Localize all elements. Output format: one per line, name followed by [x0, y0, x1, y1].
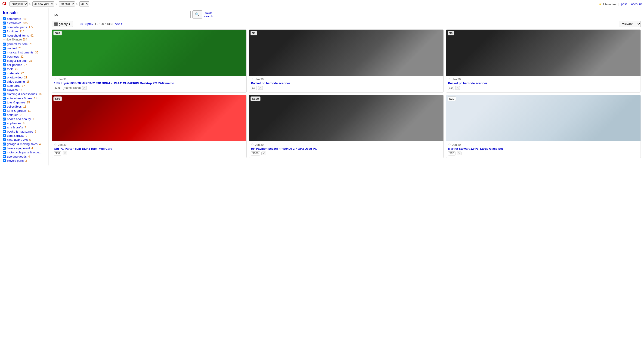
cat-label[interactable]: materials: [7, 72, 19, 75]
listing-dismiss-button[interactable]: ✕: [262, 152, 266, 155]
listing-card-2[interactable]: $0 ☆ Jan 30 Pocket pc barcode scanner $0…: [446, 30, 641, 92]
cat-label[interactable]: clothing & accessories: [7, 92, 37, 96]
sidebar-item-extra-10[interactable]: auto parts 17: [3, 84, 46, 88]
search-button[interactable]: 🔍: [192, 10, 202, 18]
cat-checkbox[interactable]: [3, 30, 6, 33]
sidebar-item-computers[interactable]: computers 248: [3, 17, 46, 20]
sidebar-item-extra-16[interactable]: farm & garden 11: [3, 109, 46, 112]
sidebar-item-extra-25[interactable]: heavy equipment 4: [3, 146, 46, 150]
cat-checkbox[interactable]: [3, 118, 6, 120]
cat-checkbox[interactable]: [3, 113, 6, 116]
listing-card-4[interactable]: $100 ☆ Jan 30 HP Pavilion p6336f - P E54…: [249, 95, 444, 158]
cat-label[interactable]: sporting goods: [7, 155, 26, 158]
cat-checkbox[interactable]: [3, 64, 6, 66]
cat-label[interactable]: electronics: [7, 21, 21, 25]
cat-checkbox[interactable]: [3, 55, 6, 58]
sidebar-item-extra-18[interactable]: health and beauty 9: [3, 117, 46, 121]
cat-checkbox[interactable]: [3, 84, 6, 87]
cat-label[interactable]: heavy equipment: [7, 146, 30, 150]
sidebar-item-extra-2[interactable]: musical instruments 35: [3, 51, 46, 54]
cat-checkbox[interactable]: [3, 159, 6, 162]
cat-checkbox[interactable]: [3, 26, 6, 29]
sidebar-item-extra-24[interactable]: garage & moving sales 4: [3, 142, 46, 146]
listing-title[interactable]: Pocket pc barcode scanner: [251, 82, 442, 85]
cat-checkbox[interactable]: [3, 138, 6, 141]
listing-star-icon[interactable]: ☆: [251, 143, 254, 146]
cat-label[interactable]: antiques: [7, 113, 18, 116]
sidebar-item-extra-12[interactable]: clothing & accessories 16: [3, 92, 46, 96]
gallery-button[interactable]: gallery ▾: [52, 21, 73, 27]
sidebar-item-extra-14[interactable]: toys & games 15: [3, 101, 46, 104]
sidebar-item-extra-9[interactable]: video gaming 18: [3, 80, 46, 83]
listing-card-3[interactable]: $50 ☆ Jan 30 Old PC Parts - 8GB DDR3 Ram…: [52, 95, 246, 158]
cat-label[interactable]: bicycle parts: [7, 159, 24, 162]
cat-label[interactable]: books & magazines: [7, 130, 33, 133]
cat-checkbox[interactable]: [3, 147, 6, 150]
region-select[interactable]: all new york: [32, 2, 54, 6]
sidebar-item-extra-20[interactable]: arts & crafts 7: [3, 126, 46, 129]
hide-more[interactable]: – hide 40 more 534: [3, 38, 46, 41]
cat-label[interactable]: arts & crafts: [7, 126, 23, 129]
cat-label[interactable]: cell phones: [7, 63, 22, 67]
sidebar-item-extra-5[interactable]: cell phones 27: [3, 63, 46, 67]
cat-label[interactable]: baby & kid stuff: [7, 59, 28, 62]
sidebar-item-extra-28[interactable]: bicycle parts 3: [3, 159, 46, 162]
cat-label[interactable]: auto wheels & tires: [7, 96, 32, 100]
cat-label[interactable]: auto parts: [7, 84, 20, 88]
cat-label[interactable]: photo/video: [7, 76, 22, 79]
sidebar-item-extra-23[interactable]: cds / dvds / vhs 6: [3, 138, 46, 142]
sidebar-item-extra-17[interactable]: antiques 9: [3, 113, 46, 116]
sidebar-item-extra-11[interactable]: bicycles 16: [3, 88, 46, 92]
cat-label[interactable]: household items: [7, 34, 29, 37]
cat-label[interactable]: bicycles: [7, 88, 18, 92]
sidebar-item-electronics[interactable]: electronics 185: [3, 21, 46, 25]
cat-checkbox[interactable]: [3, 92, 6, 96]
sidebar-item-extra-4[interactable]: baby & kid stuff 31: [3, 59, 46, 62]
listing-card-0[interactable]: $20 ☆ Jan 30 1 SK Hynix 8GB 2Rx8 PC4-213…: [52, 30, 246, 92]
cat-label[interactable]: motorcycle parts & acce...: [7, 150, 42, 154]
post-link[interactable]: post: [621, 2, 627, 6]
cat-checkbox[interactable]: [3, 17, 6, 20]
cat-label[interactable]: garage & moving sales: [7, 142, 38, 146]
cat-label[interactable]: tools: [7, 67, 13, 71]
cat-checkbox[interactable]: [3, 142, 6, 146]
cat-checkbox[interactable]: [3, 105, 6, 108]
sort-select[interactable]: relevant newest price low price high: [619, 21, 641, 27]
sidebar-item-extra-1[interactable]: wanted 70: [3, 46, 46, 50]
pagination-next[interactable]: next >: [114, 22, 123, 26]
listing-card-5[interactable]: $20 ☆ Jan 30 Martha Stewart 12-Pc. Large…: [446, 95, 641, 158]
listing-star-icon[interactable]: ☆: [448, 77, 451, 81]
cat-checkbox[interactable]: [3, 42, 6, 46]
sidebar-item-extra-0[interactable]: general for sale 70: [3, 42, 46, 46]
cat-checkbox[interactable]: [3, 72, 6, 75]
cat-label[interactable]: cds / dvds / vhs: [7, 138, 28, 142]
listing-card-1[interactable]: $0 ☆ Jan 30 Pocket pc barcode scanner $0…: [249, 30, 444, 92]
sidebar-item-extra-27[interactable]: sporting goods 4: [3, 155, 46, 158]
cat-label[interactable]: wanted: [7, 46, 17, 50]
cat-checkbox[interactable]: [3, 151, 6, 154]
cat-checkbox[interactable]: [3, 34, 6, 37]
sidebar-item-extra-15[interactable]: collectibles 13: [3, 105, 46, 108]
cat-label[interactable]: collectibles: [7, 105, 22, 108]
cat-label[interactable]: health and beauty: [7, 117, 31, 121]
sidebar-item-extra-8[interactable]: photo/video 21: [3, 76, 46, 79]
type-select[interactable]: for sale: [59, 2, 75, 6]
listing-star-icon[interactable]: ☆: [448, 143, 451, 146]
cat-checkbox[interactable]: [3, 126, 6, 129]
cat-label[interactable]: business: [7, 55, 19, 58]
listing-dismiss-button[interactable]: ✕: [82, 86, 87, 90]
cat-label[interactable]: farm & garden: [7, 109, 26, 112]
cat-checkbox[interactable]: [3, 59, 6, 62]
sidebar-item-extra-22[interactable]: cars & trucks 7: [3, 134, 46, 138]
cat-checkbox[interactable]: [3, 47, 6, 50]
cat-checkbox[interactable]: [3, 22, 6, 24]
location-select[interactable]: new york: [10, 2, 28, 6]
sidebar-item-extra-3[interactable]: business 32: [3, 55, 46, 58]
favorites[interactable]: ★ 1 favorites: [598, 2, 616, 6]
cat-checkbox[interactable]: [3, 134, 6, 137]
sidebar-item-extra-26[interactable]: motorcycle parts & acce...: [3, 150, 46, 154]
cat-checkbox[interactable]: [3, 130, 6, 133]
listing-title[interactable]: 1 SK Hynix 8GB 2Rx8 PC4-2133P DDR4 - HMA…: [54, 82, 244, 85]
listing-title[interactable]: Martha Stewart 12-Pc. Large Glass Set: [448, 147, 639, 150]
pagination-prev[interactable]: < prev: [85, 22, 93, 26]
